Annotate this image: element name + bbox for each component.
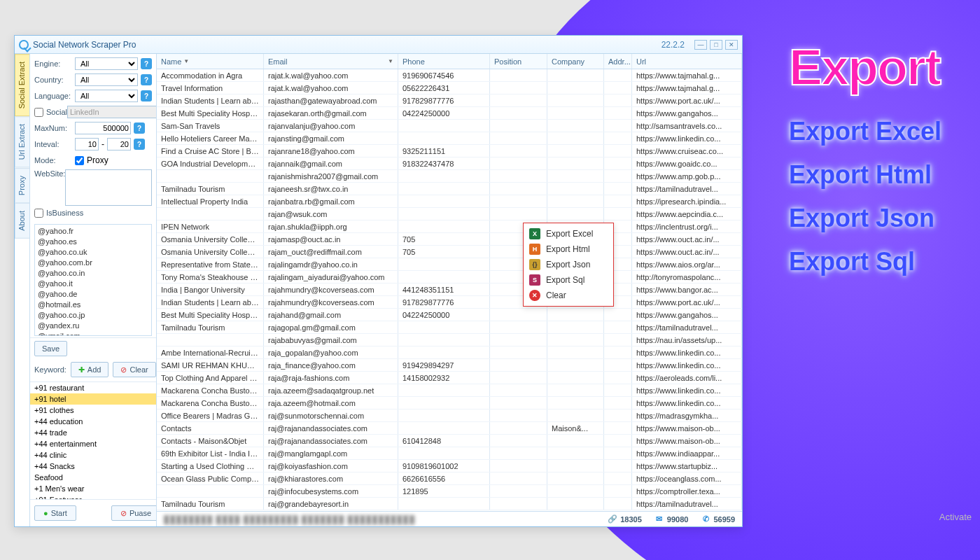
interval-to-input[interactable] [107, 138, 131, 150]
close-button[interactable]: ✕ [725, 40, 738, 50]
grid-body[interactable]: Accommodation in Agra rajat.k.wal@yahoo.… [157, 69, 742, 511]
isbusiness-checkbox[interactable] [34, 209, 43, 218]
table-row[interactable]: Mackarena Concha Bustos on ... raja.azee… [157, 384, 742, 397]
keyword-item[interactable]: +44 entertainment [30, 438, 156, 449]
menu-export-sql[interactable]: SExport Sql [524, 272, 613, 288]
table-row[interactable]: GOA Industrial Development ... rajannaik… [157, 158, 742, 170]
tab-proxy[interactable]: Proxy [15, 168, 29, 203]
table-row[interactable]: Hello Hoteliers Career Manag... rajansti… [157, 132, 742, 145]
table-row[interactable]: Indian Students | Learn about ... rajahm… [157, 296, 742, 309]
start-button[interactable]: Start [34, 505, 76, 521]
table-row[interactable]: Contacts - Maison&Objet raj@rajanandasso… [157, 435, 742, 447]
keyword-item[interactable]: +44 education [30, 416, 156, 427]
tab-social-extract[interactable]: Social Extract [15, 54, 29, 116]
domain-item[interactable]: @yahoo.co.uk [38, 247, 148, 258]
col-url[interactable]: Url [632, 54, 742, 69]
table-row[interactable]: raj@infocubesystems.com 121895 https://c… [157, 485, 742, 498]
table-row[interactable]: rajanishmishra2007@gmail.com https://www… [157, 170, 742, 183]
website-textarea[interactable] [65, 169, 152, 206]
keyword-item[interactable]: +1 Men's wear [30, 483, 156, 494]
table-row[interactable]: Travel Information rajat.k.wal@yahoo.com… [157, 82, 742, 94]
table-row[interactable]: Sam-San Travels rajanvalanju@yahoo.com h… [157, 120, 742, 132]
table-row[interactable]: Ambe International-Recruitme... raja_gop… [157, 346, 742, 359]
menu-export-excel[interactable]: XExport Excel [524, 226, 613, 241]
save-button[interactable]: Save [34, 341, 67, 356]
social-checkbox[interactable] [34, 108, 43, 117]
table-row[interactable]: Find a Cruise AC Store | Buy C... rajanr… [157, 145, 742, 158]
domain-item[interactable]: @yahoo.de [38, 289, 148, 300]
col-address[interactable]: Addr... [604, 54, 632, 69]
engine-select[interactable]: All [75, 57, 138, 70]
minimize-button[interactable]: — [694, 40, 707, 50]
table-row[interactable]: SAMI UR REHMAN KHURAM ... raja_finance@y… [157, 359, 742, 372]
table-row[interactable]: Starting a Used Clothing Busi... raj@koi… [157, 460, 742, 472]
table-row[interactable]: Osmania University College of... rajam_o… [157, 246, 742, 258]
keyword-item[interactable]: +91 hotel [30, 393, 156, 405]
table-row[interactable]: Best Multi Speciality Hospital i... raja… [157, 309, 742, 321]
tab-url-extract[interactable]: Url Extract [15, 116, 29, 167]
domain-item[interactable]: @yahoo.fr [38, 226, 148, 237]
keyword-item[interactable]: +91 Footwear [30, 494, 156, 499]
table-row[interactable]: Office Bearers | Madras Gymk... raj@sunm… [157, 410, 742, 422]
table-row[interactable]: Tamilnadu Tourism raj@grandebayresort.in… [157, 498, 742, 510]
col-phone[interactable]: Phone [398, 54, 490, 69]
table-row[interactable]: IPEN Network rajan.shukla@iipph.org http… [157, 220, 742, 233]
language-select[interactable]: All [75, 90, 138, 102]
keyword-item[interactable]: +91 clothes [30, 405, 156, 416]
table-row[interactable]: rajababuvyas@gmail.com https://nau.in/as… [157, 334, 742, 346]
col-email[interactable]: Email▼ [264, 54, 398, 69]
col-position[interactable]: Position [490, 54, 547, 69]
pause-button[interactable]: Puase [111, 505, 157, 521]
help-icon[interactable]: ? [141, 58, 152, 69]
domain-item[interactable]: @yandex.ru [38, 321, 148, 331]
add-keyword-button[interactable]: Add [71, 362, 109, 377]
help-icon[interactable]: ? [141, 74, 152, 85]
proxy-checkbox[interactable] [75, 156, 84, 165]
keyword-item[interactable]: +44 Snacks [30, 461, 156, 472]
menu-clear[interactable]: ✕Clear [524, 288, 613, 303]
table-row[interactable]: Best Multi Speciality Hospital i... raja… [157, 107, 742, 120]
maximize-button[interactable]: □ [710, 40, 722, 50]
table-row[interactable]: Accommodation in Agra rajat.k.wal@yahoo.… [157, 69, 742, 82]
domain-item[interactable]: @hotmail.es [38, 300, 148, 310]
keyword-item[interactable]: +91 restaurant [30, 382, 156, 393]
table-row[interactable]: Intellectual Property India rajanbatra.r… [157, 195, 742, 208]
interval-from-input[interactable] [75, 138, 99, 150]
table-row[interactable]: Mackarena Concha Bustos on ... raja.azee… [157, 397, 742, 410]
tab-about[interactable]: About [15, 203, 29, 239]
table-row[interactable]: rajan@wsuk.com https://www.aepcindia.c..… [157, 208, 742, 220]
col-name[interactable]: Name▼ [157, 54, 264, 69]
table-row[interactable]: Top Clothing And Apparel co... raja@raja… [157, 372, 742, 384]
col-company[interactable]: Company [547, 54, 604, 69]
table-row[interactable]: Tamilnadu Tourism rajagopal.gm@gmail.com… [157, 321, 742, 334]
help-icon[interactable]: ? [134, 139, 145, 150]
help-icon[interactable]: ? [141, 90, 152, 102]
domain-item[interactable]: @yahoo.co.in [38, 268, 148, 279]
table-row[interactable]: Representative from State Soc... rajalin… [157, 258, 742, 271]
domain-item[interactable]: @yahoo.es [38, 237, 148, 247]
menu-export-json[interactable]: {}Export Json [524, 257, 613, 272]
table-row[interactable]: Contacts raj@rajanandassociates.com Mais… [157, 422, 742, 435]
phone-icon: ✆ [701, 514, 710, 524]
table-row[interactable]: India | Bangor University rajahmundry@kc… [157, 284, 742, 296]
clear-keyword-button[interactable]: Clear [113, 362, 155, 377]
menu-export-html[interactable]: HExport Html [524, 241, 613, 257]
domain-list[interactable]: @yahoo.fr@yahoo.es@yahoo.co.uk@yahoo.com… [34, 224, 152, 336]
table-row[interactable]: 69th Exhibitor List - India Inter... raj… [157, 447, 742, 460]
table-row[interactable]: Indian Students | Learn about ... rajast… [157, 94, 742, 107]
help-icon[interactable]: ? [134, 122, 145, 134]
maxnum-input[interactable] [75, 122, 131, 134]
table-row[interactable]: Tamilnadu Tourism rajaneesh.sr@twx.co.in… [157, 183, 742, 195]
table-row[interactable]: Ocean Glass Public Company ... raj@khiar… [157, 472, 742, 485]
keyword-item[interactable]: Seafood [30, 472, 156, 483]
domain-item[interactable]: @yahoo.co.jp [38, 310, 148, 321]
table-row[interactable]: Tony Roma's Steakhouse Rest... rajalinga… [157, 271, 742, 284]
table-row[interactable]: Osmania University College of... rajamas… [157, 233, 742, 246]
keyword-item[interactable]: +44 clinic [30, 449, 156, 461]
domain-item[interactable]: @ymail.com [38, 331, 148, 336]
status-blur: ████████ ████ █████████ ███████ ████████… [164, 515, 415, 524]
domain-item[interactable]: @yahoo.com.br [38, 258, 148, 268]
domain-item[interactable]: @yahoo.it [38, 279, 148, 289]
country-select[interactable]: All [75, 74, 138, 86]
keyword-item[interactable]: +44 trade [30, 427, 156, 438]
